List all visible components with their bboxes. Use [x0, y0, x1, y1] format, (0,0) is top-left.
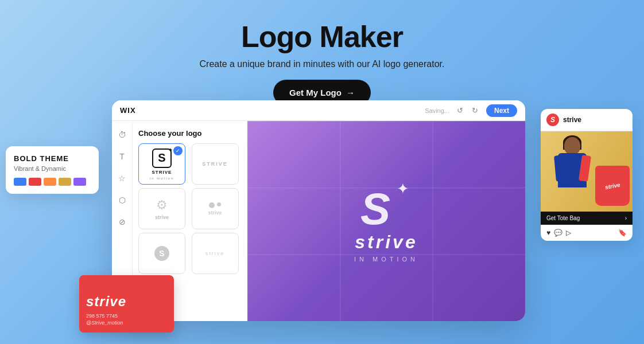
logo-grid: S ✦ STRIVE in motion ✓ STRIVE ⚙: [138, 143, 241, 274]
logo6-text: strive: [205, 251, 225, 256]
logo-item-5[interactable]: S: [138, 233, 185, 274]
tote-brand: strive: [604, 181, 620, 190]
s-letter: S: [158, 151, 165, 165]
heart-icon[interactable]: ♥: [546, 229, 550, 237]
social-logo-circle: S: [546, 114, 559, 126]
canvas-s-icon: S ✦: [358, 180, 415, 232]
saving-indicator: Saving...: [425, 107, 449, 114]
logo4-content: strive: [208, 202, 222, 216]
undo-redo-group: ↺ ↻: [454, 104, 482, 117]
editor-topbar: WIX Saving... ↺ ↻ Next: [112, 100, 525, 121]
logo-s-bold-content: S ✦ STRIVE in motion: [150, 148, 174, 180]
color-swatches: [14, 178, 91, 186]
orange-circle: S: [154, 246, 169, 261]
hero-section: Logo Maker Create a unique brand in minu…: [0, 0, 644, 105]
bold-theme-title: BOLD THEME: [14, 154, 91, 163]
social-brand-name: strive: [563, 116, 581, 124]
canvas-area[interactable]: S ✦ strive in motion: [247, 121, 525, 321]
human-figure: [552, 137, 592, 212]
logo-item-6[interactable]: strive: [192, 233, 239, 274]
social-actions: ♥ 💬 ▷: [546, 229, 571, 237]
comment-icon[interactable]: 💬: [554, 229, 562, 237]
editor-window: WIX Saving... ↺ ↻ Next ⏱ T ☆ ⬡ ⊘ Choose …: [112, 100, 525, 321]
logo-item-2[interactable]: STRIVE: [192, 143, 239, 185]
social-cta-arrow: ›: [625, 215, 627, 221]
dot-1: [209, 202, 215, 208]
dots-shape: [209, 202, 221, 208]
social-footer: ♥ 💬 ▷ 🔖: [541, 225, 633, 241]
social-image: strive: [541, 131, 633, 212]
sidebar-icon-text[interactable]: T: [114, 148, 130, 165]
social-cta-bar[interactable]: Get Tote Bag ›: [541, 212, 633, 225]
business-card: strive 298 575 7745 @Strive_motion: [79, 275, 174, 333]
swatch-blue[interactable]: [14, 178, 26, 186]
social-cta-text: Get Tote Bag: [546, 215, 580, 221]
svg-text:✦: ✦: [397, 181, 409, 197]
canvas-brand-sub: in motion: [354, 256, 418, 263]
canvas-logo: S ✦ strive in motion: [354, 180, 418, 263]
topbar-right: Saving... ↺ ↻ Next: [425, 104, 517, 117]
biz-social: @Strive_motion: [86, 320, 167, 326]
page-title: Logo Maker: [0, 21, 644, 53]
hero-subtitle: Create a unique brand in minutes with ou…: [0, 59, 644, 69]
bold-theme-subtitle: Vibrant & Dynamic: [14, 165, 91, 172]
sidebar-icon-shape[interactable]: ⬡: [114, 192, 130, 208]
wix-logo: WIX: [120, 106, 136, 115]
sidebar-icon-cross[interactable]: ⊘: [114, 214, 130, 230]
logo1-brand: STRIVE: [152, 170, 172, 175]
cta-label: Get My Logo: [289, 88, 342, 97]
canvas-logo-svg: S ✦: [358, 181, 415, 230]
undo-button[interactable]: ↺: [454, 104, 467, 117]
sidebar-icon-clock[interactable]: ⏱: [114, 127, 130, 143]
logo2-text: STRIVE: [202, 161, 228, 167]
logo5-content: S: [154, 246, 169, 261]
logo3-content: ⚙ strive: [155, 198, 169, 220]
logo4-brand: strive: [208, 210, 222, 216]
swatch-orange[interactable]: [44, 178, 56, 186]
swatch-purple[interactable]: [73, 178, 86, 186]
editor-body: ⏱ T ☆ ⬡ ⊘ Choose your logo S ✦ STRIVE i: [112, 121, 525, 321]
choose-logo-title: Choose your logo: [138, 129, 241, 138]
s-icon: S ✦: [152, 148, 172, 168]
svg-text:S: S: [360, 183, 390, 230]
swatch-yellow[interactable]: [59, 178, 71, 186]
dot-2: [217, 202, 221, 206]
canvas-brand-name: strive: [355, 232, 417, 253]
next-button[interactable]: Next: [486, 104, 517, 117]
redo-button[interactable]: ↻: [469, 104, 482, 117]
cta-arrow: →: [346, 88, 355, 97]
bold-theme-card: BOLD THEME Vibrant & Dynamic: [6, 146, 99, 194]
biz-brand-name: strive: [86, 294, 167, 310]
sidebar-icon-star[interactable]: ☆: [114, 170, 130, 186]
swatch-red[interactable]: [29, 178, 41, 186]
gear-icon: ⚙: [156, 198, 168, 213]
share-icon[interactable]: ▷: [566, 229, 571, 237]
logo1-sub: in motion: [150, 177, 174, 180]
biz-phone: 298 575 7745: [86, 313, 167, 319]
bookmark-icon[interactable]: 🔖: [618, 229, 627, 237]
logo-item-1[interactable]: S ✦ STRIVE in motion ✓: [138, 143, 185, 185]
logo-item-4[interactable]: strive: [192, 188, 239, 229]
selected-check: ✓: [173, 146, 183, 155]
star-mark: ✦: [168, 147, 173, 153]
logo3-brand: strive: [155, 214, 169, 220]
social-header: S strive: [541, 109, 633, 131]
tote-bag: strive: [595, 166, 630, 206]
human-head: [564, 137, 580, 154]
logo-item-3[interactable]: ⚙ strive: [138, 188, 185, 229]
social-preview-card: S strive strive Get Tote Bag › ♥ 💬 ▷ 🔖: [541, 109, 633, 241]
